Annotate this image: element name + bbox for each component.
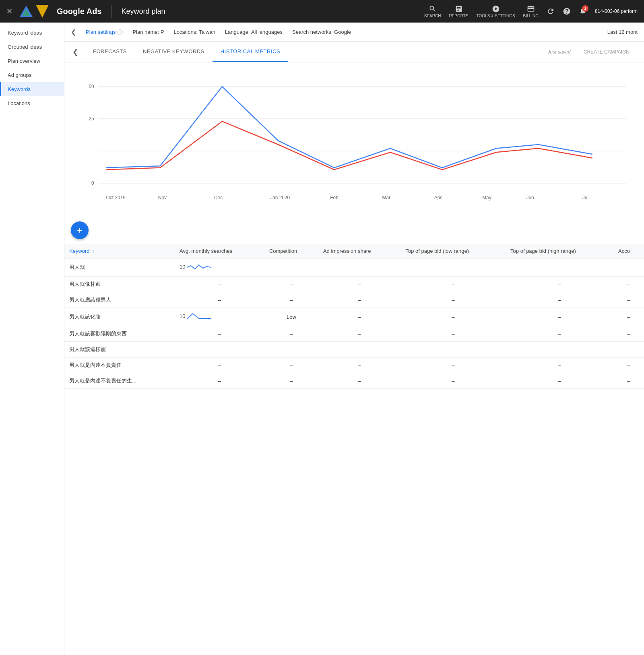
tab-historical-metrics[interactable]: HISTORICAL METRICS [213,42,288,62]
plan-name-value: P [161,29,164,35]
nav-divider [111,5,111,18]
sidebar-item-locations[interactable]: Locations [0,96,64,110]
top-bid-low-cell: – [400,326,506,342]
ad-impression-cell: – [318,258,401,277]
table-row: 男人就應該種男人–––––– [64,292,644,308]
avg-monthly-cell: 10 [175,308,264,326]
ad-impression-cell: – [318,277,401,292]
avg-monthly-cell: – [175,326,264,342]
ad-impression-cell: – [318,292,401,308]
svg-marker-3 [36,5,49,18]
competition-cell: – [264,258,318,277]
sort-arrow-keyword: ↑ [93,249,95,254]
col-avg-monthly[interactable]: Avg. monthly searches [175,244,264,258]
table-row: 男人就該這樣寵–––––– [64,342,644,357]
create-campaign-button[interactable]: CREATE CAMPAIGN [577,46,636,58]
notifications-button[interactable]: 1 [579,7,587,16]
content-area: ❮ Plan settings i Plan name: P Locations… [64,23,644,655]
svg-text:Oct 2019: Oct 2019 [106,195,126,200]
tools-icon [492,5,500,13]
table-row: 男人就該化妝10 Low–––– [64,308,644,326]
network-value: Google [334,29,351,35]
just-saved-label: Just saved [541,46,577,58]
plan-settings-label[interactable]: Plan settings i [86,29,123,35]
col-top-bid-high[interactable]: Top of page bid (high range) [506,244,613,258]
google-ads-logo-icon [19,5,33,18]
top-bid-high-cell: – [506,277,613,292]
reports-icon [455,5,463,13]
ad-impression-cell: – [318,357,401,373]
page-title: Keyword plan [121,7,165,16]
avg-monthly-cell: – [175,277,264,292]
tab-negative-keywords[interactable]: NEGATIVE KEYWORDS [135,42,213,62]
col-competition[interactable]: Competition [264,244,318,258]
svg-text:Nov: Nov [158,195,167,200]
plan-settings-info-icon[interactable]: i [117,29,123,35]
tools-nav-button[interactable]: TOOLS & SETTINGS [477,5,515,18]
avg-monthly-cell: – [175,292,264,308]
google-ads-triangle-icon [36,5,49,18]
keyword-cell: 男人就是內達不負責任的生... [64,373,175,389]
search-nav-label: SEARCH [424,14,441,18]
col-top-bid-low[interactable]: Top of page bid (low range) [400,244,506,258]
sidebar-item-ad-groups[interactable]: Ad groups [0,68,64,82]
reports-nav-label: REPORTS [449,14,468,18]
competition-cell: – [264,277,318,292]
top-bid-low-cell: – [400,258,506,277]
competition-cell: – [264,326,318,342]
svg-text:Feb: Feb [330,195,339,200]
sidebar-item-keyword-ideas[interactable]: Keyword ideas [0,26,64,40]
chart-area: 50 25 0 Oct 2019 Nov Dec Jan 2020 Feb Ma… [64,62,644,217]
top-bid-high-cell: – [506,326,613,342]
main-layout: Keyword ideas Grouped ideas Plan overvie… [0,23,644,655]
avg-monthly-cell: – [175,342,264,357]
svg-text:Jan 2020: Jan 2020 [270,195,290,200]
reports-nav-button[interactable]: REPORTS [449,5,468,18]
google-ads-text: Google Ads [57,7,101,16]
add-keyword-button[interactable]: + [71,221,89,239]
col-keyword[interactable]: Keyword ↑ [64,244,175,258]
sidebar-item-grouped-ideas[interactable]: Grouped ideas [0,40,64,54]
svg-text:Dec: Dec [214,195,223,200]
svg-text:25: 25 [89,116,94,122]
col-acco[interactable]: Acco [613,244,644,258]
table-row: 男人就是內達不負責任的生...–––––– [64,373,644,389]
col-ad-impression[interactable]: Ad impression share [318,244,401,258]
svg-text:May: May [482,195,491,200]
help-button[interactable] [563,7,571,15]
keyword-cell: 男人就該喜歡陽剛的東西 [64,326,175,342]
search-nav-button[interactable]: SEARCH [424,5,441,18]
svg-text:Mar: Mar [382,195,391,200]
acco-cell: – [613,342,644,357]
competition-cell: Low [264,308,318,326]
svg-text:50: 50 [89,84,94,89]
acco-cell: – [613,326,644,342]
refresh-button[interactable] [547,7,555,15]
acco-cell: – [613,308,644,326]
acco-cell: – [613,292,644,308]
top-bid-low-cell: – [400,277,506,292]
competition-cell: – [264,357,318,373]
top-bid-high-cell: – [506,342,613,357]
competition-cell: – [264,342,318,357]
keyword-cell: 男人就應該種男人 [64,292,175,308]
top-nav-actions: SEARCH REPORTS TOOLS & SETTINGS BILLING … [424,5,638,18]
refresh-icon [547,7,555,15]
ad-impression-cell: – [318,326,401,342]
sidebar-toggle-button[interactable]: ❮ [71,28,76,36]
tools-nav-label: TOOLS & SETTINGS [477,14,515,18]
close-button[interactable]: ✕ [6,7,12,16]
keyword-cell: 男人就 [64,258,175,277]
table-row: 男人就像甘蔗–––––– [64,277,644,292]
billing-nav-button[interactable]: BILLING [523,5,539,18]
competition-cell: – [264,373,318,389]
competition-cell: – [264,292,318,308]
billing-icon [527,5,535,13]
tab-back-button[interactable]: ❮ [72,48,78,56]
tab-forecasts[interactable]: FORECASTS [85,42,135,62]
sidebar-item-keywords[interactable]: Keywords [0,82,64,96]
top-bid-high-cell: – [506,357,613,373]
locations-field: Locations: Taiwan [174,29,215,35]
sidebar-item-plan-overview[interactable]: Plan overview [0,54,64,68]
top-bid-low-cell: – [400,357,506,373]
